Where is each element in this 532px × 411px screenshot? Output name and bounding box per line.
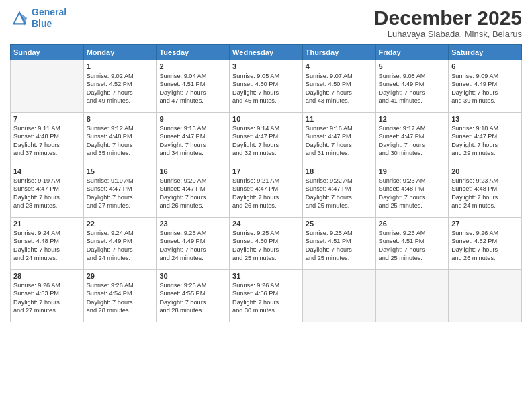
cell-line: Sunset: 4:55 PM — [159, 289, 226, 298]
cell-0-4: 4Sunrise: 9:07 AMSunset: 4:50 PMDaylight… — [302, 60, 375, 113]
cell-line: and 30 minutes. — [379, 149, 446, 157]
cell-line: and 37 minutes. — [13, 149, 81, 157]
logo-line1: General — [32, 7, 66, 17]
col-saturday: Saturday — [449, 45, 522, 60]
cell-line: Sunset: 4:48 PM — [13, 237, 81, 245]
cell-line: Sunrise: 9:07 AM — [306, 72, 373, 80]
cell-line: Sunset: 4:49 PM — [159, 237, 226, 245]
cell-line: and 39 minutes. — [451, 97, 519, 105]
cell-line: Sunrise: 9:26 AM — [13, 281, 81, 289]
cell-line: Sunrise: 9:19 AM — [13, 177, 81, 185]
cell-line: Sunrise: 9:18 AM — [451, 124, 519, 132]
cell-line: Daylight: 7 hours — [379, 246, 446, 254]
week-row-0: 1Sunrise: 9:02 AMSunset: 4:52 PMDaylight… — [11, 60, 522, 113]
cell-1-0: 7Sunrise: 9:11 AMSunset: 4:48 PMDaylight… — [11, 113, 84, 165]
cell-line: and 25 minutes. — [306, 201, 373, 210]
cell-line: and 24 minutes. — [451, 201, 519, 210]
week-row-2: 14Sunrise: 9:19 AMSunset: 4:47 PMDayligh… — [11, 165, 522, 218]
cell-3-3: 24Sunrise: 9:25 AMSunset: 4:50 PMDayligh… — [230, 218, 303, 270]
cell-line: Sunset: 4:50 PM — [232, 237, 300, 245]
cell-line: and 32 minutes. — [232, 149, 300, 157]
day-number: 23 — [159, 220, 226, 228]
cell-3-0: 21Sunrise: 9:24 AMSunset: 4:48 PMDayligh… — [11, 218, 84, 270]
cell-2-1: 15Sunrise: 9:19 AMSunset: 4:47 PMDayligh… — [83, 165, 157, 218]
day-number: 26 — [379, 220, 446, 228]
cell-line: Daylight: 7 hours — [159, 298, 226, 306]
cell-line: Daylight: 7 hours — [159, 246, 226, 254]
page: General Blue December 2025 Luhavaya Slab… — [0, 0, 532, 411]
cell-line: Sunset: 4:48 PM — [451, 185, 519, 193]
cell-line: Sunrise: 9:26 AM — [232, 281, 300, 289]
cell-line: Sunrise: 9:26 AM — [451, 229, 519, 237]
cell-line: Daylight: 7 hours — [379, 193, 446, 201]
cell-line: and 27 minutes. — [13, 306, 81, 314]
cell-2-5: 19Sunrise: 9:23 AMSunset: 4:48 PMDayligh… — [375, 165, 449, 218]
cell-line: Sunrise: 9:24 AM — [13, 229, 81, 237]
cell-line: Sunset: 4:49 PM — [379, 80, 446, 88]
cell-line: Sunrise: 9:25 AM — [232, 229, 300, 237]
cell-line: Sunset: 4:49 PM — [87, 237, 154, 245]
cell-line: Sunset: 4:47 PM — [159, 132, 226, 140]
cell-line: Sunset: 4:52 PM — [87, 80, 154, 88]
cell-line: Daylight: 7 hours — [13, 141, 81, 149]
cell-line: Daylight: 7 hours — [451, 193, 519, 201]
col-tuesday: Tuesday — [157, 45, 230, 60]
cell-line: Daylight: 7 hours — [87, 141, 154, 149]
cell-line: Sunset: 4:53 PM — [13, 289, 81, 298]
cell-1-6: 13Sunrise: 9:18 AMSunset: 4:47 PMDayligh… — [449, 113, 522, 165]
header-row: Sunday Monday Tuesday Wednesday Thursday… — [11, 45, 522, 60]
cell-line: Sunrise: 9:12 AM — [87, 124, 154, 132]
cell-line: Daylight: 7 hours — [451, 141, 519, 149]
cell-line: Daylight: 7 hours — [451, 246, 519, 254]
cell-line: Daylight: 7 hours — [451, 89, 519, 97]
day-number: 11 — [306, 115, 373, 123]
cell-line: and 26 minutes. — [451, 254, 519, 262]
cell-4-0: 28Sunrise: 9:26 AMSunset: 4:53 PMDayligh… — [11, 270, 84, 322]
cell-line: Sunrise: 9:11 AM — [13, 124, 81, 132]
cell-line: Sunset: 4:48 PM — [13, 132, 81, 140]
cell-line: Sunrise: 9:25 AM — [159, 229, 226, 237]
cell-line: and 26 minutes. — [159, 201, 226, 210]
cell-line: Sunset: 4:51 PM — [159, 80, 226, 88]
cell-line: and 35 minutes. — [87, 149, 154, 157]
cell-0-6: 6Sunrise: 9:09 AMSunset: 4:49 PMDaylight… — [449, 60, 522, 113]
week-row-1: 7Sunrise: 9:11 AMSunset: 4:48 PMDaylight… — [11, 113, 522, 165]
cell-line: and 24 minutes. — [13, 254, 81, 262]
day-number: 5 — [379, 62, 446, 71]
cell-1-5: 12Sunrise: 9:17 AMSunset: 4:47 PMDayligh… — [375, 113, 449, 165]
day-number: 27 — [451, 220, 519, 228]
day-number: 28 — [13, 272, 81, 280]
cell-line: Daylight: 7 hours — [232, 141, 300, 149]
cell-line: Sunset: 4:48 PM — [87, 132, 154, 140]
cell-line: Sunrise: 9:02 AM — [87, 72, 154, 80]
cell-1-1: 8Sunrise: 9:12 AMSunset: 4:48 PMDaylight… — [83, 113, 157, 165]
cell-line: Sunrise: 9:21 AM — [232, 177, 300, 185]
cell-line: Sunrise: 9:25 AM — [306, 229, 373, 237]
cell-3-6: 27Sunrise: 9:26 AMSunset: 4:52 PMDayligh… — [449, 218, 522, 270]
day-number: 4 — [306, 62, 373, 71]
cell-line: Daylight: 7 hours — [87, 298, 154, 306]
cell-line: Daylight: 7 hours — [13, 246, 81, 254]
cell-line: Sunset: 4:51 PM — [379, 237, 446, 245]
cell-line: Sunrise: 9:17 AM — [379, 124, 446, 132]
cell-2-4: 18Sunrise: 9:22 AMSunset: 4:47 PMDayligh… — [302, 165, 375, 218]
cell-line: and 25 minutes. — [232, 254, 300, 262]
cell-0-3: 3Sunrise: 9:05 AMSunset: 4:50 PMDaylight… — [230, 60, 303, 113]
cell-0-2: 2Sunrise: 9:04 AMSunset: 4:51 PMDaylight… — [157, 60, 230, 113]
cell-line: Daylight: 7 hours — [13, 193, 81, 201]
cell-line: and 47 minutes. — [159, 97, 226, 105]
cell-line: Sunrise: 9:22 AM — [306, 177, 373, 185]
cell-line: Sunset: 4:50 PM — [232, 80, 300, 88]
day-number: 21 — [13, 220, 81, 228]
day-number: 8 — [87, 115, 154, 123]
cell-line: Daylight: 7 hours — [306, 246, 373, 254]
day-number: 2 — [159, 62, 226, 71]
cell-2-3: 17Sunrise: 9:21 AMSunset: 4:47 PMDayligh… — [230, 165, 303, 218]
cell-line: Sunset: 4:52 PM — [451, 237, 519, 245]
day-number: 7 — [13, 115, 81, 123]
cell-3-4: 25Sunrise: 9:25 AMSunset: 4:51 PMDayligh… — [302, 218, 375, 270]
cell-1-3: 10Sunrise: 9:14 AMSunset: 4:47 PMDayligh… — [230, 113, 303, 165]
cell-line: and 49 minutes. — [87, 97, 154, 105]
logo-text: General Blue — [32, 7, 66, 30]
col-monday: Monday — [83, 45, 157, 60]
